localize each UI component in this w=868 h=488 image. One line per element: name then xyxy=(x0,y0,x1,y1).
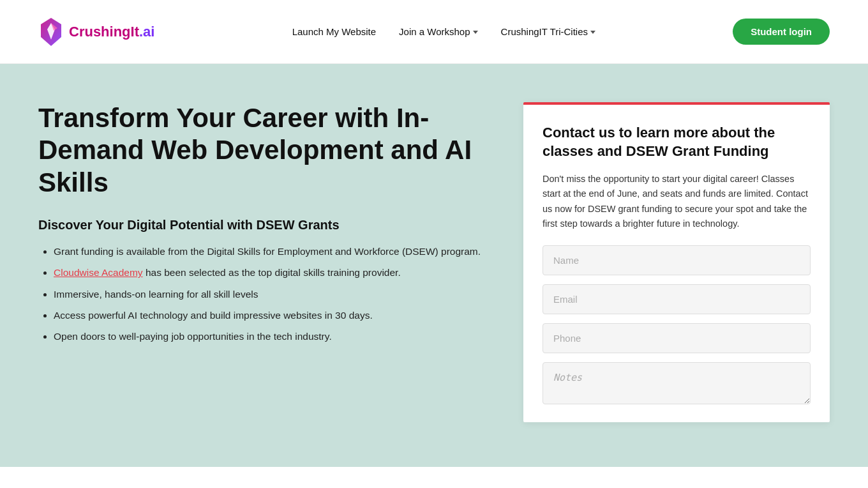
main-nav: Launch My Website Join a Workshop Crushi… xyxy=(292,26,595,37)
hero-left: Transform Your Career with In-Demand Web… xyxy=(38,102,498,350)
hero-list: Grant funding is available from the Digi… xyxy=(38,244,498,344)
list-item: Immersive, hands-on learning for all ski… xyxy=(54,287,498,301)
name-input[interactable] xyxy=(542,245,811,275)
list-item: Grant funding is available from the Digi… xyxy=(54,244,498,259)
student-login-button[interactable]: Student login xyxy=(733,19,830,45)
logo[interactable]: CrushingIt.ai xyxy=(38,17,154,47)
chevron-down-icon xyxy=(473,31,478,34)
contact-card: Contact us to learn more about the class… xyxy=(523,102,830,422)
contact-card-title: Contact us to learn more about the class… xyxy=(542,124,811,160)
logo-text: CrushingIt.ai xyxy=(69,24,154,40)
hero-subtitle: Discover Your Digital Potential with DSE… xyxy=(38,218,498,233)
notes-textarea[interactable] xyxy=(542,362,811,404)
chevron-down-icon xyxy=(590,31,595,34)
logo-icon xyxy=(38,17,64,47)
contact-card-description: Don't miss the opportunity to start your… xyxy=(542,172,811,231)
lower-section: No skills? No worries! Achieve lasting s… xyxy=(0,467,868,488)
nav-tri-cities[interactable]: CrushingIT Tri-Cities xyxy=(501,26,595,37)
phone-input[interactable] xyxy=(542,323,811,353)
cloudwise-academy-link[interactable]: Cloudwise Academy xyxy=(54,267,143,278)
hero-section: Transform Your Career with In-Demand Web… xyxy=(0,64,868,467)
header: CrushingIt.ai Launch My Website Join a W… xyxy=(0,0,868,64)
list-item: Access powerful AI technology and build … xyxy=(54,308,498,323)
list-item: Open doors to well-paying job opportunit… xyxy=(54,329,498,344)
email-input[interactable] xyxy=(542,284,811,314)
hero-title: Transform Your Career with In-Demand Web… xyxy=(38,102,498,199)
list-item: Cloudwise Academy has been selected as t… xyxy=(54,265,498,280)
nav-join-workshop[interactable]: Join a Workshop xyxy=(399,26,477,37)
nav-launch-website[interactable]: Launch My Website xyxy=(292,26,376,37)
